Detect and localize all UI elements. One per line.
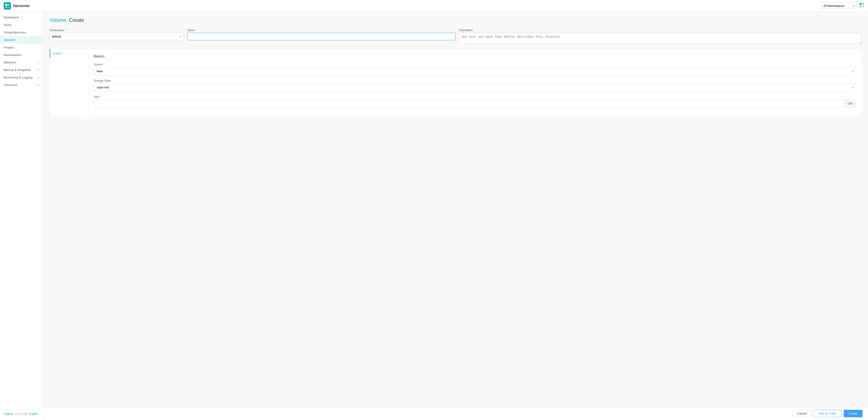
name-label: Name * bbox=[187, 29, 456, 32]
namespace-select-wrapper: default kube-system harvester-system ▾ bbox=[50, 33, 184, 40]
sidebar-item-images[interactable]: Images bbox=[0, 44, 43, 51]
sidebar-item-volumes[interactable]: Volumes bbox=[0, 36, 43, 44]
panel-basics-content: Basics Source * New VM Image Snapshot bbox=[88, 49, 861, 117]
source-select[interactable]: New VM Image Snapshot bbox=[94, 67, 856, 75]
namespace-dropdown[interactable]: All Namespaces default kube-system bbox=[821, 3, 857, 9]
source-required: * bbox=[103, 63, 104, 66]
app-logo bbox=[4, 2, 11, 9]
namespace-required: * bbox=[65, 29, 66, 32]
sidebar-item-label: Monitoring & Logging bbox=[4, 76, 33, 79]
name-input[interactable]: test bbox=[187, 33, 456, 40]
version-label: v1.2.0-rc6 bbox=[15, 412, 27, 416]
sidebar-item-namespaces[interactable]: Namespaces bbox=[0, 51, 43, 59]
namespace-label: Namespace * bbox=[50, 29, 184, 32]
storage-class-field: Storage Class ceph-rbd longhorn local-pa… bbox=[94, 79, 856, 92]
storage-class-select[interactable]: ceph-rbd longhorn local-path bbox=[94, 83, 856, 91]
sidebar-item-label: Namespaces bbox=[4, 53, 22, 57]
page-title: Volume: Create bbox=[50, 17, 862, 23]
svg-rect-0 bbox=[5, 4, 7, 5]
panel-nav-item-basics[interactable]: Basics bbox=[50, 49, 88, 58]
chevron-down-icon: ▾ bbox=[38, 83, 39, 86]
source-label: Source * bbox=[94, 63, 856, 66]
sidebar-item-hosts[interactable]: Hosts bbox=[0, 21, 43, 29]
size-label: Size * bbox=[94, 95, 856, 99]
support-link[interactable]: Support bbox=[4, 412, 13, 416]
main-content: Volume: Create Namespace * default kube-… bbox=[43, 12, 868, 407]
app-layout: Dashboard Hosts Virtual Machines Volumes… bbox=[0, 12, 868, 420]
language-link[interactable]: English bbox=[29, 412, 38, 416]
svg-rect-6 bbox=[860, 6, 861, 7]
content-panel: Basics Basics Source * New bbox=[50, 49, 862, 117]
description-input[interactable] bbox=[459, 33, 862, 44]
sidebar-item-networks[interactable]: Networks ▾ bbox=[0, 59, 43, 66]
page-title-action: Create bbox=[69, 17, 84, 23]
sidebar-item-label: Networks bbox=[4, 61, 17, 64]
size-required: * bbox=[100, 95, 101, 99]
namespace-field: Namespace * default kube-system harveste… bbox=[50, 29, 184, 44]
name-field: Name * test bbox=[187, 29, 456, 44]
basics-section-title: Basics bbox=[94, 54, 856, 58]
name-required: * bbox=[195, 29, 196, 32]
namespace-select[interactable]: default kube-system harvester-system bbox=[50, 33, 184, 40]
grid-icon bbox=[859, 3, 864, 9]
cancel-button[interactable]: Cancel bbox=[793, 410, 811, 417]
sidebar-item-virtual-machines[interactable]: Virtual Machines bbox=[0, 29, 43, 36]
size-input-wrapper: 10 GiB bbox=[94, 99, 856, 108]
sidebar-item-label: Hosts bbox=[4, 23, 11, 27]
source-field: Source * New VM Image Snapshot ▾ bbox=[94, 63, 856, 76]
sidebar-item-backup-snapshot[interactable]: Backup & Snapshot ▾ bbox=[0, 66, 43, 74]
description-label: Description bbox=[459, 29, 862, 32]
app-title: Harvester bbox=[13, 4, 30, 8]
sidebar-item-label: Advanced bbox=[4, 83, 17, 87]
size-input[interactable]: 10 bbox=[94, 100, 856, 108]
sidebar-item-monitoring-logging[interactable]: Monitoring & Logging ▾ bbox=[0, 74, 43, 81]
size-field: Size * 10 GiB bbox=[94, 95, 856, 108]
sidebar-item-label: Images bbox=[4, 46, 13, 49]
storage-class-label: Storage Class bbox=[94, 79, 856, 82]
create-button[interactable]: Create bbox=[844, 410, 863, 417]
sidebar-item-label: Volumes bbox=[4, 38, 16, 41]
sidebar-item-advanced[interactable]: Advanced ▾ bbox=[0, 81, 43, 89]
svg-rect-1 bbox=[7, 4, 9, 5]
sidebar-item-label: Dashboard bbox=[4, 16, 19, 19]
svg-rect-7 bbox=[862, 6, 864, 7]
svg-rect-3 bbox=[7, 6, 9, 8]
sidebar-item-dashboard[interactable]: Dashboard bbox=[0, 13, 43, 21]
panel-nav: Basics bbox=[50, 49, 88, 117]
topbar: Harvester All Namespaces default kube-sy… bbox=[0, 0, 868, 12]
svg-rect-4 bbox=[860, 3, 861, 5]
sidebar: Dashboard Hosts Virtual Machines Volumes… bbox=[0, 12, 43, 420]
description-field: Description bbox=[459, 29, 862, 44]
chevron-down-icon: ▾ bbox=[38, 68, 39, 72]
namespace-selector[interactable]: All Namespaces default kube-system bbox=[821, 3, 857, 9]
topbar-right: All Namespaces default kube-system bbox=[821, 3, 864, 9]
form-header-row: Namespace * default kube-system harveste… bbox=[50, 29, 862, 44]
sidebar-footer: Support v1.2.0-rc6 English bbox=[0, 409, 43, 418]
chevron-down-icon: ▾ bbox=[38, 76, 39, 79]
chevron-down-icon: ▾ bbox=[38, 61, 39, 64]
topbar-left: Harvester bbox=[4, 2, 30, 9]
sidebar-item-label: Virtual Machines bbox=[4, 31, 26, 34]
page-title-prefix: Volume: bbox=[50, 17, 68, 23]
footer-bar: Cancel Edit as YAML Create bbox=[43, 407, 868, 420]
storage-class-select-wrapper: ceph-rbd longhorn local-path ▾ bbox=[94, 83, 856, 92]
size-unit-badge: GiB bbox=[844, 100, 856, 108]
svg-rect-5 bbox=[862, 3, 864, 5]
sidebar-item-label: Backup & Snapshot bbox=[4, 68, 31, 72]
svg-rect-2 bbox=[5, 6, 7, 8]
source-select-wrapper: New VM Image Snapshot ▾ bbox=[94, 67, 856, 76]
edit-yaml-button[interactable]: Edit as YAML bbox=[814, 410, 842, 417]
